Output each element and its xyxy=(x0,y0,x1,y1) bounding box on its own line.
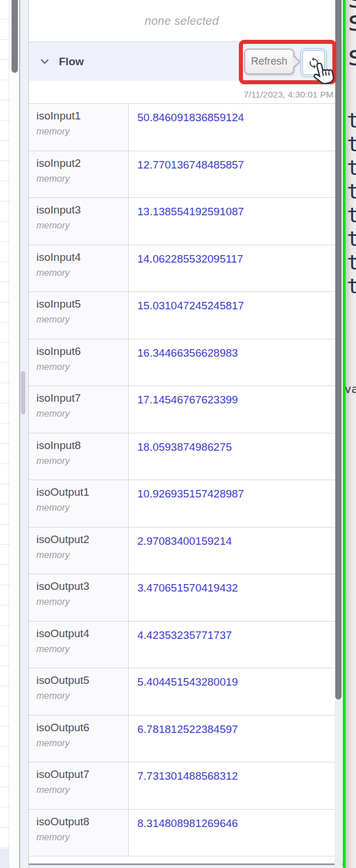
gutter-scrollbar-thumb[interactable] xyxy=(21,371,25,414)
context-store: memory xyxy=(36,268,128,278)
code-fragment: t xyxy=(347,110,356,131)
context-key[interactable]: isoOutput1 xyxy=(36,486,128,499)
table-row: isoOutput8memory8.314808981269646 xyxy=(29,810,336,857)
code-fragment: s xyxy=(347,7,356,35)
context-value[interactable]: 7.731301488568312 xyxy=(129,762,336,809)
context-key[interactable]: isoOutput3 xyxy=(36,580,128,593)
code-fragment: t xyxy=(347,205,356,226)
context-store: memory xyxy=(36,456,128,466)
none-selected-label: none selected xyxy=(145,14,219,28)
context-key[interactable]: isoInput3 xyxy=(36,204,128,216)
code-fragment: t xyxy=(347,276,356,297)
context-value[interactable]: 6.781812522384597 xyxy=(129,716,336,762)
key-cell: isoOutput7memory xyxy=(29,762,129,809)
context-value[interactable]: 4.42353235771737 xyxy=(129,622,336,668)
key-cell: isoOutput5memory xyxy=(29,668,129,715)
context-value[interactable]: 13.138554192591087 xyxy=(129,198,336,245)
context-sidebar-panel: none selected Flow 7/11/2023, 4:30:01 PM… xyxy=(28,0,343,868)
key-cell: isoOutput1memory xyxy=(29,480,129,527)
context-value[interactable]: 3.470651570419432 xyxy=(129,574,336,621)
panel-scrollbar-track[interactable] xyxy=(335,699,342,868)
context-value[interactable]: 10.926935157428987 xyxy=(129,480,336,527)
context-value[interactable]: 15.031047245245817 xyxy=(129,292,336,339)
flow-section-title: Flow xyxy=(59,55,84,68)
context-key[interactable]: isoInput1 xyxy=(36,110,128,122)
context-store: memory xyxy=(36,644,128,654)
context-key[interactable]: isoOutput4 xyxy=(36,627,128,640)
key-cell: isoOutput4memory xyxy=(29,622,129,668)
key-cell: isoInput6memory xyxy=(29,339,129,386)
key-cell: isoOutput6memory xyxy=(29,716,129,762)
refresh-sync-icon xyxy=(308,57,320,69)
table-row: isoOutput4memory4.42353235771737 xyxy=(29,622,336,669)
code-fragment: t xyxy=(347,134,356,155)
flow-canvas-grid xyxy=(0,0,11,868)
context-value[interactable]: 2.97083400159214 xyxy=(129,527,336,574)
key-cell: isoInput4memory xyxy=(29,245,129,292)
context-store: memory xyxy=(36,738,128,749)
context-store: memory xyxy=(36,597,128,607)
refresh-tooltip-label: Refresh xyxy=(251,55,287,68)
context-data-table: isoInput1memory50.846091836859124 isoInp… xyxy=(29,103,336,856)
table-row: isoOutput5memory5.404451543280019 xyxy=(29,668,336,716)
next-section-header[interactable] xyxy=(29,865,343,868)
refresh-timestamp-row: 7/11/2023, 4:30:01 PM xyxy=(29,81,336,103)
refresh-timestamp: 7/11/2023, 4:30:01 PM xyxy=(243,89,333,100)
code-editor-strip: s s s t t t t t t t t va xyxy=(346,0,356,868)
context-store: memory xyxy=(36,174,128,184)
key-cell: isoOutput8memory xyxy=(29,810,129,856)
key-cell: isoInput8memory xyxy=(29,433,129,480)
context-store: memory xyxy=(36,315,128,325)
table-row: isoInput2memory12.770136748485857 xyxy=(29,151,336,199)
code-fragment: t xyxy=(347,158,356,178)
left-scrollbar-thumb[interactable] xyxy=(12,0,18,73)
table-row: isoInput6memory16.34466356628983 xyxy=(29,339,336,387)
context-key[interactable]: isoOutput6 xyxy=(36,721,128,734)
context-value[interactable]: 16.34466356628983 xyxy=(129,339,336,386)
sidebar-gutter xyxy=(20,0,28,868)
context-key[interactable]: isoInput5 xyxy=(36,298,128,310)
context-value[interactable]: 17.14546767623399 xyxy=(129,386,336,433)
context-key[interactable]: isoInput7 xyxy=(36,392,128,405)
code-fragment: s xyxy=(347,42,356,69)
key-cell: isoInput2memory xyxy=(29,151,129,198)
code-fragment: t xyxy=(347,229,356,249)
left-scrollbar-track xyxy=(11,0,19,868)
refresh-tooltip: Refresh xyxy=(244,48,294,74)
table-row: isoOutput3memory3.470651570419432 xyxy=(29,574,336,622)
chevron-down-icon[interactable] xyxy=(40,59,49,65)
refresh-button[interactable] xyxy=(302,50,325,75)
context-key[interactable]: isoInput8 xyxy=(36,439,128,452)
key-cell: isoInput3memory xyxy=(29,198,129,245)
context-key[interactable]: isoInput6 xyxy=(36,345,128,358)
context-value[interactable]: 14.062285532095117 xyxy=(129,245,336,292)
key-cell: isoInput5memory xyxy=(29,292,129,339)
context-key[interactable]: isoInput2 xyxy=(36,157,128,170)
context-key[interactable]: isoOutput5 xyxy=(36,674,128,687)
screen: none selected Flow 7/11/2023, 4:30:01 PM… xyxy=(0,0,356,868)
code-fragment: t xyxy=(347,252,356,273)
code-fragment: t xyxy=(347,181,356,202)
node-context-empty: none selected xyxy=(29,0,335,42)
panel-scrollbar-thumb[interactable] xyxy=(335,0,342,699)
context-store: memory xyxy=(36,550,128,560)
table-row: isoInput3memory13.138554192591087 xyxy=(29,198,336,245)
context-store: memory xyxy=(36,126,128,137)
code-fragment: va xyxy=(346,383,356,395)
context-value[interactable]: 5.404451543280019 xyxy=(129,668,336,715)
context-key[interactable]: isoOutput2 xyxy=(36,533,128,546)
context-key[interactable]: isoOutput8 xyxy=(36,815,128,828)
table-row: isoOutput6memory6.781812522384597 xyxy=(29,716,336,763)
key-cell: isoInput7memory xyxy=(29,386,129,433)
context-value[interactable]: 18.0593874986275 xyxy=(129,433,336,480)
context-value[interactable]: 8.314808981269646 xyxy=(129,810,336,856)
context-value[interactable]: 50.846091836859124 xyxy=(129,104,336,151)
flow-canvas-cell xyxy=(0,848,9,868)
context-store: memory xyxy=(36,409,128,419)
table-row: isoInput5memory15.031047245245817 xyxy=(29,292,336,339)
context-key[interactable]: isoOutput7 xyxy=(36,768,128,781)
table-row: isoInput4memory14.062285532095117 xyxy=(29,245,336,293)
context-key[interactable]: isoInput4 xyxy=(36,251,128,264)
context-value[interactable]: 12.770136748485857 xyxy=(129,151,336,198)
table-row: isoInput7memory17.14546767623399 xyxy=(29,386,336,433)
